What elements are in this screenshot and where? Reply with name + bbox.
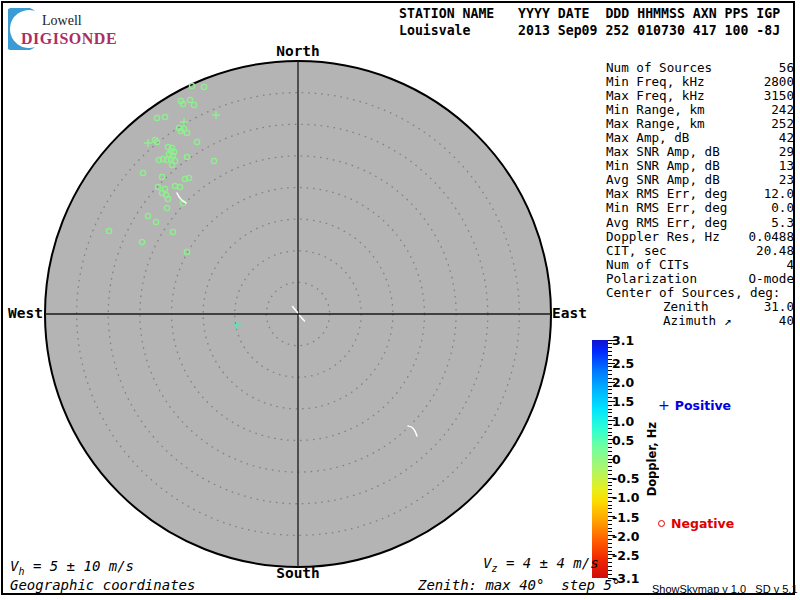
param-label: Max RMS Err, deg [606, 187, 727, 201]
logo-lowell-text: Lowell [42, 13, 82, 29]
colorbar-tick-label: -0.5 [612, 471, 639, 486]
param-row: CIT, sec20.48 [606, 244, 794, 258]
colorbar-tick-label: -2.5 [612, 547, 639, 562]
param-label: Max Freq, kHz [606, 89, 705, 103]
colorbar-tick-label: -2.0 [612, 528, 639, 543]
param-row: Max Amp, dB42 [606, 131, 794, 145]
param-label: Max Amp, dB [606, 131, 689, 145]
param-row: Max SNR Amp, dB29 [606, 145, 794, 159]
measurement-parameters-panel: Num of Sources56Min Freq, kHz2800Max Fre… [606, 61, 794, 328]
compass-south-label: South [276, 565, 320, 581]
compass-north-label: North [276, 43, 320, 59]
param-value: 242 [771, 103, 794, 117]
colorbar-axis-label: Doppler, Hz [644, 340, 660, 578]
header-values-line: Louisvale 2013 Sep09 252 010730 417 100 … [399, 23, 780, 38]
param-value: 0.0 [771, 201, 794, 215]
param-value: 40 [779, 314, 794, 328]
colorbar-tick-label: -1.5 [612, 509, 639, 524]
param-value: 252 [771, 117, 794, 131]
param-label: Zenith [606, 300, 709, 314]
param-row: Max Range, km252 [606, 117, 794, 131]
param-row: Max RMS Err, deg12.0 [606, 187, 794, 201]
param-row: Center of Sources, deg: [606, 286, 794, 300]
param-label: Min SNR Amp, dB [606, 159, 720, 173]
param-value: O-mode [749, 272, 795, 286]
coordinate-system-label: Geographic coordinates [10, 577, 195, 593]
colorbar-tick-label: 1.0 [612, 413, 634, 428]
param-label: Num of CITs [606, 258, 689, 272]
legend-negative-label: Negative [671, 516, 734, 531]
param-row: Num of CITs4 [606, 258, 794, 272]
param-row: PolarizationO-mode [606, 272, 794, 286]
horizontal-velocity-label: Vh = 5 ± 10 m/s [10, 558, 134, 577]
legend-positive-label: Positive [675, 398, 731, 413]
param-row: Num of Sources56 [606, 61, 794, 75]
param-value: 4 [786, 258, 794, 272]
param-value: 56 [779, 61, 794, 75]
param-label: CIT, sec [606, 244, 667, 258]
param-value: 5.3 [771, 216, 794, 230]
param-value: 23 [779, 173, 794, 187]
legend-positive: +Positive [658, 397, 731, 413]
param-label: Center of Sources, deg: [606, 286, 780, 300]
colorbar-tick-label: -1.0 [612, 490, 639, 505]
param-label: Min RMS Err, deg [606, 201, 727, 215]
param-label: Azimuth ↗ [606, 314, 731, 328]
colorbar-tick-label: 0.5 [612, 432, 634, 447]
param-value: 13 [779, 159, 794, 173]
param-row: Min Range, km242 [606, 103, 794, 117]
param-label: Max Range, km [606, 117, 705, 131]
software-version-label: ShowSkymap v 1.0 SD v 5.1 [652, 583, 798, 595]
param-row: Zenith31.0 [606, 300, 794, 314]
doppler-colorbar [592, 340, 608, 578]
param-row: Min SNR Amp, dB13 [606, 159, 794, 173]
compass-west-label: West [8, 305, 43, 321]
legend-negative: Negative [658, 516, 734, 531]
station-header: STATION NAME YYYY DATE DDD HHMMSS AXN PP… [399, 5, 780, 39]
param-label: Min Freq, kHz [606, 75, 705, 89]
logo-digisonde-text: DIGISONDE [21, 30, 117, 48]
zenith-range-note: Zenith: max 40° step 5° [418, 577, 620, 593]
param-value: 20.48 [756, 244, 794, 258]
param-value: 3150 [764, 89, 794, 103]
colorbar-tick-label: 0 [612, 452, 621, 467]
compass-east-label: East [552, 305, 587, 321]
param-row: Doppler Res, Hz0.0488 [606, 230, 794, 244]
param-label: Min Range, km [606, 103, 705, 117]
header-columns-line: STATION NAME YYYY DATE DDD HHMMSS AXN PP… [399, 6, 780, 21]
param-row: Avg SNR Amp, dB23 [606, 173, 794, 187]
param-value: 12.0 [764, 187, 794, 201]
param-value: 42 [779, 131, 794, 145]
param-row: Min RMS Err, deg0.0 [606, 201, 794, 215]
vertical-velocity-label: Vz = 4 ± 4 m/s [483, 555, 599, 574]
param-row: Max Freq, kHz3150 [606, 89, 794, 103]
colorbar-tick-label: 3.1 [612, 333, 634, 348]
colorbar-tick-label: 2.5 [612, 356, 634, 371]
param-label: Max SNR Amp, dB [606, 145, 720, 159]
param-label: Avg SNR Amp, dB [606, 173, 720, 187]
param-value: 0.0488 [749, 230, 795, 244]
param-label: Num of Sources [606, 61, 712, 75]
lowell-digisonde-logo: Lowell DIGISONDE [8, 6, 238, 50]
param-label: Doppler Res, Hz [606, 230, 720, 244]
param-row: Min Freq, kHz2800 [606, 75, 794, 89]
param-value: 31.0 [764, 300, 794, 314]
param-value: 29 [779, 145, 794, 159]
param-row: Azimuth ↗40 [606, 314, 794, 328]
circle-marker-icon [658, 520, 665, 527]
plus-marker-icon: + [658, 397, 670, 413]
colorbar-tick-label: 2.0 [612, 375, 634, 390]
param-label: Avg RMS Err, deg [606, 216, 727, 230]
colorbar-tick-label: 1.5 [612, 394, 634, 409]
param-row: Avg RMS Err, deg5.3 [606, 216, 794, 230]
param-value: 2800 [764, 75, 794, 89]
param-label: Polarization [606, 272, 697, 286]
